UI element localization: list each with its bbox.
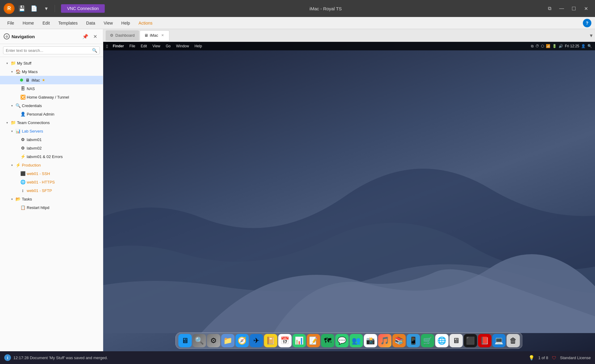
tree-item-credentials[interactable]: ▾ 🔍 Credentials xyxy=(0,101,103,110)
dock-notes[interactable]: 📔 xyxy=(264,334,277,347)
tree-item-labvm02[interactable]: ⚙ labvm02 xyxy=(0,144,103,152)
pin-icon[interactable]: 📌 xyxy=(81,32,90,41)
search-input[interactable] xyxy=(6,48,90,53)
tree-item-my-macs[interactable]: ▾ 🏠 My Macs xyxy=(0,67,103,76)
mac-go[interactable]: Go xyxy=(164,43,172,49)
folder-icon-my-macs: 🏠 xyxy=(15,69,21,74)
mac-edit[interactable]: Edit xyxy=(139,43,149,49)
tree-item-home-gateway[interactable]: 🔀 Home Gateway / Tunnel xyxy=(0,93,103,101)
dock-systemprefs[interactable]: ⚙ xyxy=(207,334,220,347)
dock-pages[interactable]: 📝 xyxy=(307,334,320,347)
tree-item-production[interactable]: ▾ ⚡ Production xyxy=(0,161,103,169)
menu-edit[interactable]: Edit xyxy=(39,19,53,27)
dock-photos[interactable]: 📸 xyxy=(364,334,377,347)
label-personal-admin: Personal Admin xyxy=(27,112,54,116)
tab-dashboard[interactable]: ⚙ Dashboard xyxy=(106,30,139,41)
dropdown-icon[interactable]: ▾ xyxy=(41,4,51,13)
tree-item-web01-ssh[interactable]: ⬛ web01 - SSH xyxy=(0,169,103,178)
desktop-wallpaper xyxy=(103,116,595,333)
new-doc-icon[interactable]: 📄 xyxy=(29,4,39,13)
menu-view[interactable]: View xyxy=(100,19,116,27)
tab-bar: ⚙ Dashboard 🖥 iMac ✕ ▾ xyxy=(103,29,595,42)
tree-item-nas[interactable]: 🗄 NAS xyxy=(0,84,103,93)
label-labvm02: labvm02 xyxy=(27,146,42,150)
help-button[interactable]: ? xyxy=(583,19,591,27)
close-btn[interactable]: ✕ xyxy=(580,3,591,14)
mac-window[interactable]: Window xyxy=(174,43,191,49)
dock-ibooks[interactable]: 📚 xyxy=(393,334,406,347)
dock-trash[interactable]: 🗑 xyxy=(507,334,520,347)
mac-search-icon[interactable]: 🔍 xyxy=(587,44,592,48)
tree-item-team-connections[interactable]: ▾ 📁 Team Connections xyxy=(0,118,103,127)
dock-numbers[interactable]: 📊 xyxy=(293,334,306,347)
label-nas: NAS xyxy=(27,86,35,91)
dock-chrome[interactable]: 🌐 xyxy=(435,334,449,347)
gateway-icon: 🔀 xyxy=(20,94,25,100)
search-input-wrap[interactable]: 🔍 xyxy=(3,46,100,54)
vnc-icon-imac: 🖥 xyxy=(25,77,30,83)
dock-terminal[interactable]: ⬛ xyxy=(464,334,477,347)
dock-facetime[interactable]: 👥 xyxy=(350,334,363,347)
mac-finder[interactable]: Finder xyxy=(111,43,126,49)
app-title: iMac - Royal TS xyxy=(110,6,542,11)
chevron-team-connections: ▾ xyxy=(5,120,9,125)
dock-preview[interactable]: 🖥 xyxy=(450,334,463,347)
tree-item-tasks[interactable]: ▾ 📂 Tasks xyxy=(0,195,103,203)
dock-finder[interactable]: 🖥 xyxy=(178,334,192,347)
dock-store[interactable]: 🛒 xyxy=(421,334,434,347)
minimize-btn[interactable]: — xyxy=(556,3,567,14)
dock-appstore[interactable]: 📱 xyxy=(407,334,420,347)
mac-menubar:  Finder File Edit View Go Window Help ⧉… xyxy=(103,42,595,50)
dock-files[interactable]: 📁 xyxy=(221,334,235,347)
label-web01-sftp: web01 - SFTP xyxy=(27,188,52,193)
tree-item-lab-servers[interactable]: ▾ 📊 Lab Servers xyxy=(0,127,103,135)
nav-icon: ⊙ xyxy=(4,33,10,39)
label-my-stuff: My Stuff xyxy=(17,61,31,66)
menu-templates[interactable]: Templates xyxy=(55,19,81,27)
close-sidebar-btn[interactable]: ✕ xyxy=(91,32,99,41)
chevron-imac xyxy=(15,78,19,82)
maximize-btn[interactable]: ☐ xyxy=(568,3,579,14)
dock-airmail[interactable]: ✈ xyxy=(250,334,263,347)
tab-imac[interactable]: 🖥 iMac ✕ xyxy=(140,30,169,41)
menu-file[interactable]: File xyxy=(4,19,18,27)
tab-overflow-btn[interactable]: ▾ xyxy=(590,32,593,39)
tree-item-labvm-errors[interactable]: ⚡ labvm01 & 02 Errors xyxy=(0,152,103,161)
tree-item-imac[interactable]: 🖥 iMac ★ xyxy=(0,76,103,84)
chevron-labvm-errors xyxy=(15,154,19,159)
menu-home[interactable]: Home xyxy=(19,19,38,27)
folder-icon-my-stuff: 📁 xyxy=(10,60,16,66)
tree-item-web01-https[interactable]: 🌐 web01 - HTTPS xyxy=(0,178,103,186)
tree-item-restart-httpd[interactable]: 📋 Restart httpd xyxy=(0,203,103,212)
dock-calendar[interactable]: 📅 xyxy=(278,334,292,347)
label-web01-https: web01 - HTTPS xyxy=(27,180,55,184)
dock-messages[interactable]: 💬 xyxy=(335,334,349,347)
web-icon-web01-https: 🌐 xyxy=(20,179,25,185)
menu-actions[interactable]: Actions xyxy=(135,19,156,27)
mac-user-icon: 👤 xyxy=(581,44,586,48)
dock-itunes[interactable]: 🎵 xyxy=(378,334,392,347)
chevron-tasks: ▾ xyxy=(10,197,14,201)
mac-view[interactable]: View xyxy=(151,43,162,49)
tree-item-personal-admin[interactable]: 👤 Personal Admin xyxy=(0,110,103,118)
tree-item-labvm01[interactable]: ⚙ labvm01 xyxy=(0,135,103,144)
dock-spotlight[interactable]: 🔍 xyxy=(193,334,206,347)
tab-close-imac[interactable]: ✕ xyxy=(160,33,165,38)
dock-safari[interactable]: 🧭 xyxy=(236,334,249,347)
db-icon-nas: 🗄 xyxy=(20,86,25,91)
sidebar: ⊙ Navigation 📌 ✕ 🔍 ▾ 📁 My Stuff xyxy=(0,29,103,351)
dock-maps[interactable]: 🗺 xyxy=(321,334,335,347)
chevron-personal-admin xyxy=(15,112,19,116)
mac-file[interactable]: File xyxy=(127,43,137,49)
tree-item-my-stuff[interactable]: ▾ 📁 My Stuff xyxy=(0,59,103,67)
save-icon[interactable]: 💾 xyxy=(17,4,27,13)
dock-xcode[interactable]: 💻 xyxy=(492,334,506,347)
menu-help[interactable]: Help xyxy=(118,19,134,27)
mac-help[interactable]: Help xyxy=(193,43,204,49)
restore-btn[interactable]: ⧉ xyxy=(544,3,555,14)
dock-acrobat[interactable]: 📕 xyxy=(478,334,491,347)
tree-item-web01-sftp[interactable]: ↕ web01 - SFTP xyxy=(0,186,103,195)
menu-data[interactable]: Data xyxy=(83,19,99,27)
main-content: ⊙ Navigation 📌 ✕ 🔍 ▾ 📁 My Stuff xyxy=(0,29,595,351)
team-folder-icon: 📁 xyxy=(10,120,16,125)
